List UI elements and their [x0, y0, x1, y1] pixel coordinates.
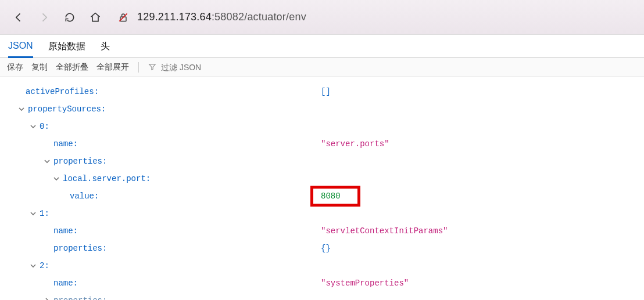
insecure-lock-icon — [117, 12, 129, 23]
json-key: properties — [53, 244, 102, 252]
expand-all-button[interactable]: 全部展开 — [96, 62, 129, 73]
json-key: 2 — [40, 262, 44, 270]
filter-icon — [148, 63, 156, 73]
json-row-local-server-port[interactable]: local.server.port: — [7, 170, 637, 187]
json-key: properties — [53, 297, 102, 300]
twisty-icon[interactable] — [52, 175, 60, 183]
json-row-index-2[interactable]: 2: — [7, 257, 637, 274]
json-row-propertySources[interactable]: propertySources: — [7, 100, 637, 118]
tab-json[interactable]: JSON — [8, 41, 33, 58]
json-row-name-0[interactable]: name: "server.ports" — [7, 135, 637, 153]
tab-headers[interactable]: 头 — [101, 41, 110, 57]
json-key: name — [53, 279, 73, 287]
json-key: local.server.port — [63, 175, 146, 183]
json-key: 0 — [40, 122, 44, 131]
twisty-icon[interactable] — [29, 122, 37, 131]
json-row-properties-2[interactable]: properties: — [7, 292, 637, 300]
json-key: propertySources — [28, 105, 101, 113]
json-value: "servletContextInitParams" — [321, 227, 448, 235]
address-bar[interactable]: 129.211.173.64:58082/actuator/env — [117, 11, 306, 23]
json-row-value-port[interactable]: value: 8080 — [7, 187, 637, 205]
json-value: [] — [321, 88, 331, 96]
json-key: activeProfiles — [26, 88, 94, 96]
twisty-icon[interactable] — [43, 157, 51, 165]
copy-button[interactable]: 复制 — [31, 62, 48, 73]
json-value-port: 8080 — [321, 192, 341, 200]
json-key: value — [70, 192, 94, 200]
tab-raw-data[interactable]: 原始数据 — [48, 41, 85, 57]
json-key: name — [53, 140, 73, 148]
json-key: name — [53, 227, 73, 235]
json-value: "server.ports" — [321, 140, 389, 148]
back-button[interactable] — [12, 10, 26, 24]
twisty-icon[interactable] — [43, 297, 51, 300]
json-tree: activeProfiles: [] propertySources: 0: n… — [0, 77, 644, 300]
twisty-icon[interactable] — [29, 209, 37, 218]
json-row-activeProfiles[interactable]: activeProfiles: [] — [7, 83, 637, 100]
twisty-icon[interactable] — [17, 105, 26, 113]
reload-button[interactable] — [63, 10, 77, 24]
url-path: :58082/actuator/env — [212, 11, 306, 23]
json-row-name-2[interactable]: name: "systemProperties" — [7, 274, 637, 292]
view-tabs: JSON 原始数据 头 — [0, 35, 644, 58]
json-row-index-0[interactable]: 0: — [7, 118, 637, 135]
json-key: 1 — [40, 209, 44, 218]
json-toolbar: 保存 复制 全部折叠 全部展开 — [0, 58, 644, 77]
twisty-icon[interactable] — [29, 262, 37, 270]
json-row-name-1[interactable]: name: "servletContextInitParams" — [7, 222, 637, 240]
json-value: "systemProperties" — [321, 279, 409, 287]
json-row-properties-1[interactable]: properties: {} — [7, 240, 637, 257]
toolbar-divider — [138, 62, 139, 73]
save-button[interactable]: 保存 — [7, 62, 23, 73]
json-row-index-1[interactable]: 1: — [7, 205, 637, 222]
home-button[interactable] — [88, 10, 102, 24]
url-text: 129.211.173.64:58082/actuator/env — [137, 11, 306, 23]
collapse-all-button[interactable]: 全部折叠 — [56, 62, 88, 73]
filter-box[interactable] — [148, 62, 230, 73]
json-value: {} — [321, 244, 331, 252]
browser-toolbar: 129.211.173.64:58082/actuator/env — [0, 0, 644, 35]
json-key: properties — [53, 157, 102, 165]
json-row-properties-0[interactable]: properties: — [7, 153, 637, 170]
url-host: 129.211.173.64 — [137, 11, 212, 23]
forward-button[interactable] — [37, 10, 51, 24]
filter-input[interactable] — [160, 62, 230, 73]
